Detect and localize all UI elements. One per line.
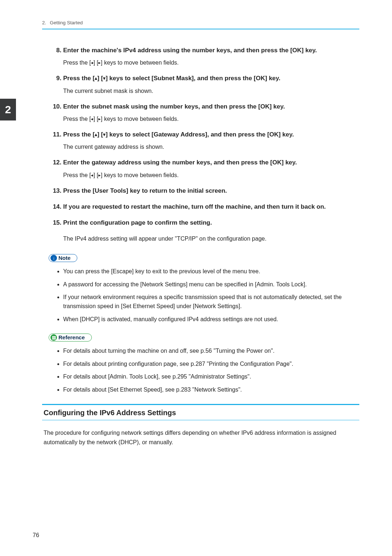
step-8: Enter the machine's IPv4 address using t… <box>63 46 359 67</box>
chapter-prefix: 2. <box>42 20 46 25</box>
step-text: Press the [◂] [▸] keys to move between f… <box>63 58 359 67</box>
chapter-title: Getting Started <box>50 20 83 25</box>
reference-label: Reference <box>58 334 85 340</box>
list-item: For details about turning the machine on… <box>63 347 359 356</box>
list-item: You can press the [Escape] key to exit t… <box>63 267 359 276</box>
list-item: If your network environment requires a s… <box>63 293 359 311</box>
step-heading: Press the [▴] [▾] keys to select [Subnet… <box>63 74 359 83</box>
list-item: For details about [Admin. Tools Lock], s… <box>63 372 359 381</box>
step-9: Press the [▴] [▾] keys to select [Subnet… <box>63 74 359 95</box>
left-arrow-icon: ◂ <box>91 172 93 178</box>
step-heading: Enter the machine's IPv4 address using t… <box>63 46 359 55</box>
step-text: The current gateway address is shown. <box>63 143 359 151</box>
step-heading: Print the configuration page to confirm … <box>63 218 359 228</box>
up-arrow-icon: ▴ <box>95 132 97 137</box>
list-item: For details about [Set Ethernet Speed], … <box>63 385 359 394</box>
step-text: The current subnet mask is shown. <box>63 87 359 95</box>
step-11: Press the [▴] [▾] keys to select [Gatewa… <box>63 130 359 151</box>
header-rule <box>42 29 359 29</box>
step-heading: If you are requested to restart the mach… <box>63 202 359 212</box>
step-text: Press the [◂] [▸] keys to move between f… <box>63 115 359 123</box>
right-arrow-icon: ▸ <box>98 60 101 65</box>
note-list: You can press the [Escape] key to exit t… <box>42 267 359 324</box>
reference-callout: ▤ Reference <box>49 334 92 342</box>
note-callout: ↓ Note <box>49 254 77 262</box>
page-content: 2. Getting Started Enter the machine's I… <box>0 0 392 447</box>
reference-icon: ▤ <box>50 334 57 341</box>
up-arrow-icon: ▴ <box>95 75 97 81</box>
step-heading: Enter the gateway address using the numb… <box>63 158 359 167</box>
right-arrow-icon: ▸ <box>98 172 101 178</box>
list-item: A password for accessing the [Network Se… <box>63 280 359 289</box>
section: Configuring the IPv6 Address Settings Th… <box>42 404 359 447</box>
right-arrow-icon: ▸ <box>98 116 101 122</box>
page-number: 76 <box>33 532 39 539</box>
step-14: If you are requested to restart the mach… <box>63 202 359 212</box>
list-item: When [DHCP] is activated, manually confi… <box>63 315 359 324</box>
left-arrow-icon: ◂ <box>91 60 93 65</box>
section-paragraph: The procedure for configuring network se… <box>44 428 358 447</box>
step-heading: Press the [▴] [▾] keys to select [Gatewa… <box>63 130 359 139</box>
step-text: Press the [◂] [▸] keys to move between f… <box>63 171 359 180</box>
step-10: Enter the subnet mask using the number k… <box>63 102 359 123</box>
chapter-tab: 2 <box>0 99 16 120</box>
step-15: Print the configuration page to confirm … <box>63 218 359 228</box>
section-rule <box>42 420 359 420</box>
note-icon: ↓ <box>50 255 57 261</box>
section-rule <box>42 404 359 405</box>
down-arrow-icon: ▾ <box>103 75 106 81</box>
note-label: Note <box>58 255 70 261</box>
step-13: Press the [User Tools] key to return to … <box>63 186 359 196</box>
post-step-text: The IPv4 address setting will appear und… <box>63 234 359 243</box>
running-header: 2. Getting Started <box>42 20 359 25</box>
down-arrow-icon: ▾ <box>103 132 106 137</box>
list-item: For details about printing configuration… <box>63 360 359 369</box>
step-list: Enter the machine's IPv4 address using t… <box>42 46 359 228</box>
reference-list: For details about turning the machine on… <box>42 347 359 394</box>
step-heading: Enter the subnet mask using the number k… <box>63 102 359 111</box>
step-12: Enter the gateway address using the numb… <box>63 158 359 179</box>
left-arrow-icon: ◂ <box>91 116 93 122</box>
step-heading: Press the [User Tools] key to return to … <box>63 186 359 196</box>
section-title: Configuring the IPv6 Address Settings <box>44 409 359 417</box>
